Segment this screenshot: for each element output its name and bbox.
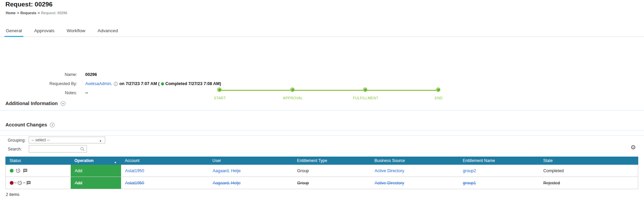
entitlement-name-link[interactable]: group1 [463, 181, 476, 185]
section-additional-information: Additional Information [5, 101, 66, 106]
account-changes-table: Status Operation ▲ Account User Entitlem… [5, 157, 638, 189]
account-cell: Astat1950 [121, 177, 209, 189]
tab-bar: General Approvals Workflow Advanced [0, 28, 644, 37]
notes-label: Notes: [0, 91, 77, 95]
entitlement-name-link[interactable]: group2 [463, 168, 476, 173]
detail-row-name: Name: 00296 [0, 72, 644, 77]
history-icon[interactable] [17, 180, 22, 185]
completed-text: Completed 7/27/23 7:08 AM) [165, 81, 221, 86]
grouping-selected-value: -- select -- [31, 138, 50, 142]
breadcrumb-separator: > [38, 11, 40, 15]
entitlement-type-cell: Group [293, 177, 371, 189]
name-label: Name: [0, 72, 77, 77]
section-divider [0, 110, 644, 110]
search-field [29, 145, 87, 153]
strikethrough-dash [23, 183, 25, 183]
entitlement-name-cell: group2 [459, 165, 539, 177]
operation-cell: Add [71, 177, 121, 189]
request-detail-page: Request: 00296 Home > Requests > Request… [0, 0, 644, 201]
timeline-label-start: START [196, 96, 244, 100]
requester-link[interactable]: AveksaAdmin, [85, 81, 112, 86]
operation-cell: Add [71, 165, 121, 177]
section-account-changes: Account Changes [5, 122, 55, 127]
strikethrough-dash [14, 183, 17, 183]
breadcrumb-separator: > [17, 11, 19, 15]
entitlement-name-cell: group1 [459, 177, 539, 189]
status-cell [6, 177, 71, 189]
tab-workflow[interactable]: Workflow [65, 28, 87, 37]
detail-row-requested-by: Requested By: AveksaAdmin, on 7/27/23 7:… [0, 81, 644, 86]
table-header-row: Status Operation ▲ Account User Entitlem… [5, 157, 638, 165]
user-cell: Aagaard, Helje [209, 165, 293, 177]
item-count: 2 items [6, 192, 19, 197]
business-source-cell: Active Directory [370, 165, 459, 177]
search-input[interactable] [29, 145, 78, 152]
column-header-entitlement-type[interactable]: Entitlement Type [293, 158, 370, 163]
page-title: Request: 00296 [5, 1, 52, 8]
chevron-down-icon: ▼ [99, 139, 102, 144]
sort-ascending-icon: ▲ [114, 161, 117, 164]
column-header-entitlement-name[interactable]: Entitlement Name [459, 158, 539, 163]
requested-by-label: Requested By: [0, 81, 77, 86]
comment-icon[interactable] [26, 181, 31, 185]
column-header-business-source[interactable]: Business Source [370, 158, 459, 163]
tab-general[interactable]: General [4, 28, 23, 37]
breadcrumb: Home > Requests > Request: 00296 [6, 11, 67, 15]
business-source-link[interactable]: Active Directory [374, 168, 404, 173]
business-source-link[interactable]: Active Directory [374, 181, 404, 185]
user-cell: Aagaard, Helje [209, 177, 293, 189]
requested-by-value: AveksaAdmin, on 7/27/23 7:07 AM ( Comple… [85, 81, 221, 86]
breadcrumb-home[interactable]: Home [6, 11, 16, 15]
search-label: Search: [8, 147, 22, 152]
account-link[interactable]: Astat1950 [125, 168, 144, 173]
additional-information-title: Additional Information [5, 101, 58, 106]
state-cell: Rejected [539, 177, 638, 189]
timeline-label-fulfillment: FULFILLMENT [342, 96, 389, 100]
breadcrumb-requests[interactable]: Requests [20, 11, 36, 15]
account-cell: Astat1950 [121, 165, 209, 177]
table-row[interactable]: Add Astat1950 Aagaard, Helje Group Activ… [6, 165, 638, 177]
user-link[interactable]: Aagaard, Helje [213, 168, 241, 173]
grouping-label: Grouping: [8, 138, 26, 143]
table-body: Add Astat1950 Aagaard, Helje Group Activ… [5, 165, 638, 189]
timeline-label-end: END [415, 96, 462, 100]
column-header-operation[interactable]: Operation ▲ [70, 158, 121, 163]
column-header-state[interactable]: State [539, 158, 638, 163]
tab-advanced[interactable]: Advanced [96, 28, 119, 37]
requested-on-text: on 7/27/23 7:07 AM ( [119, 81, 160, 86]
detail-row-notes: Notes: -- [0, 90, 644, 96]
notes-value: -- [85, 91, 88, 95]
breadcrumb-current: Request: 00296 [41, 11, 67, 15]
status-cell [6, 165, 71, 177]
chevron-down-circle-icon[interactable] [61, 101, 66, 106]
section-divider [0, 130, 644, 131]
business-source-cell: Active Directory [370, 177, 459, 189]
state-cell: Completed [539, 165, 638, 177]
comment-icon[interactable] [23, 168, 28, 173]
info-icon[interactable] [114, 82, 118, 86]
history-icon[interactable] [16, 168, 21, 173]
workflow-timeline: START APPROVAL FULFILLMENT END [0, 37, 644, 68]
search-icon[interactable] [80, 147, 85, 151]
column-header-user[interactable]: User [208, 158, 293, 163]
column-header-account[interactable]: Account [121, 158, 208, 163]
grouping-select[interactable]: -- select -- ▼ [29, 137, 105, 143]
status-rejected-icon [10, 181, 14, 185]
completed-status-dot-icon [161, 82, 164, 85]
column-header-status[interactable]: Status [5, 158, 70, 163]
user-link[interactable]: Aagaard, Helje [213, 181, 241, 185]
chevron-right-circle-icon[interactable] [50, 122, 55, 127]
account-changes-title: Account Changes [5, 122, 47, 127]
toolbar-divider [0, 135, 644, 136]
entitlement-type-cell: Group [293, 165, 371, 177]
name-value: 00296 [85, 72, 97, 77]
gear-icon[interactable]: ⚙ [630, 144, 636, 150]
account-link[interactable]: Astat1950 [125, 181, 144, 185]
tab-approvals[interactable]: Approvals [33, 28, 56, 37]
timeline-label-approval: APPROVAL [269, 96, 317, 100]
status-completed-icon [10, 169, 14, 173]
table-row[interactable]: Add Astat1950 Aagaard, Helje Group Activ… [6, 177, 638, 189]
